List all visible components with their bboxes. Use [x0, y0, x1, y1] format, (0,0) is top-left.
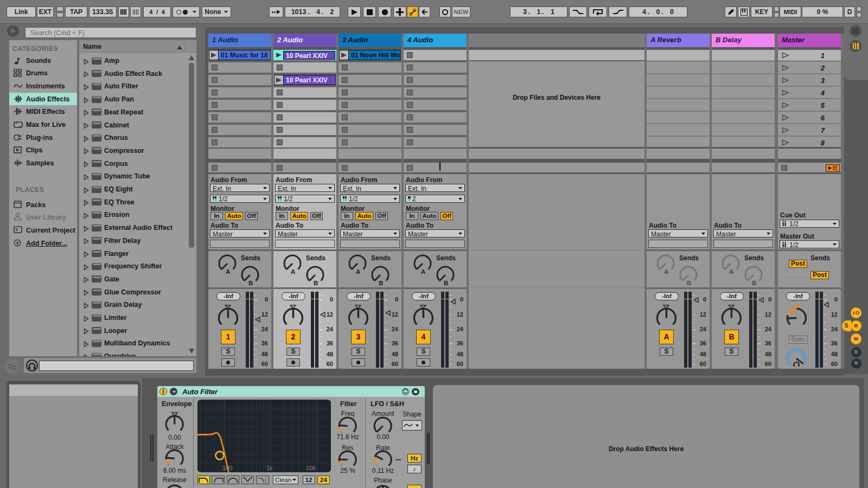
svg-text:1k: 1k [266, 465, 273, 471]
svg-text:100: 100 [222, 465, 232, 471]
svg-text:10k: 10k [306, 465, 316, 471]
